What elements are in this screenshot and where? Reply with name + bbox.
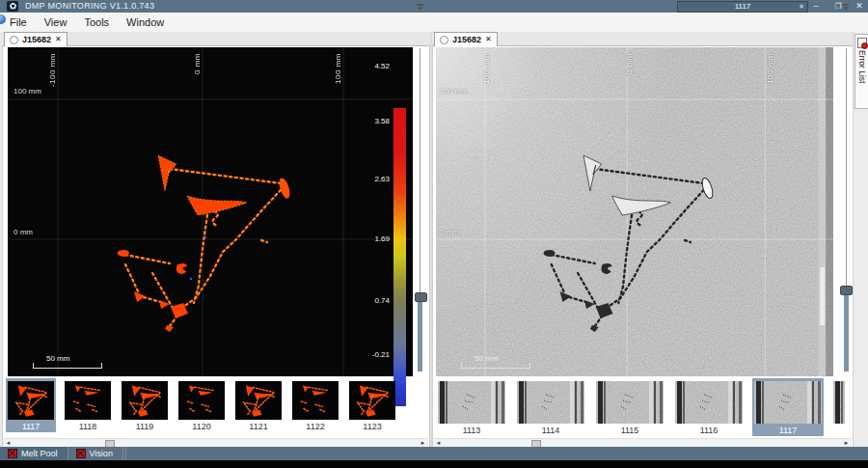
errorlist-strip: Error List [853, 32, 868, 447]
axis-label: 100 mm [766, 53, 774, 84]
axis-label: 0 mm [14, 228, 33, 236]
thumbnail-label: 1113 [463, 426, 481, 435]
colorbar [393, 108, 406, 406]
titlebar: DMP MONITORING V1.1.0.743 1117 ✕ – ❐ ✕ [0, 0, 868, 13]
menu-window[interactable]: Window [118, 13, 173, 32]
thumbnail-label: 1123 [363, 422, 381, 431]
vision-thumbnail-1114[interactable]: 1114 [515, 378, 586, 436]
scalebar [33, 363, 102, 369]
statusbar-tab-label: Melt Pool [21, 449, 58, 458]
minimize-button[interactable]: – [808, 0, 824, 13]
menu-view[interactable]: View [36, 13, 76, 32]
colorbar-tick: 4.52 [363, 62, 390, 70]
thumbnail-label: 1118 [79, 422, 97, 431]
melt-pool-zoom-handle[interactable] [415, 292, 427, 302]
scroll-right-icon[interactable]: ► [843, 440, 850, 447]
tab-label: J15682 [22, 35, 51, 44]
melt-pool-thumbnail-1118[interactable]: 1118 [63, 378, 113, 432]
scalebar-label: 50 mm [475, 354, 498, 363]
vision-thumbnail-partial[interactable] [831, 378, 847, 425]
melt-pool-image[interactable]: -100 mm 0 mm 100 mm 100 mm 0 mm 50 mm 4.… [8, 47, 413, 376]
scroll-left-icon[interactable]: ◄ [435, 440, 442, 447]
thumbnail-image [178, 381, 225, 420]
melt-pool-thumbnail-1119[interactable]: 1119 [120, 378, 170, 432]
menu-file[interactable]: File [0, 13, 36, 32]
melt-pool-zoom-fill [418, 300, 422, 372]
melt-pool-thumbnail-1123[interactable]: 1123 [347, 378, 397, 432]
axis-label: 100 mm [334, 53, 342, 84]
scroll-left-icon[interactable]: ◄ [5, 440, 12, 447]
thumbnail-image [349, 381, 395, 420]
thumbnail-label: 1122 [306, 422, 324, 431]
colorbar-tick: 2.63 [363, 175, 390, 183]
melt-pool-thumbnail-1120[interactable]: 1120 [176, 378, 227, 432]
thumbnail-image [596, 381, 664, 424]
scroll-right-icon[interactable]: ► [420, 440, 426, 447]
search-value: 1117 [735, 2, 751, 11]
dmp-monitoring-window: DMP MONITORING V1.1.0.743 1117 ✕ – ❐ ✕ F… [0, 0, 868, 468]
thumbnail-image [122, 381, 168, 420]
melt-pool-tabbar: J15682 ✕ [2, 32, 428, 46]
vision-zoom-fill [844, 293, 849, 372]
vision-image[interactable]: -100 mm 0 mm 100 mm 100 mm 0 mm 50 mm [436, 47, 833, 376]
axis-label: 100 mm [440, 87, 468, 96]
thumbnail-image [65, 381, 111, 420]
statusbar: Melt Pool Vision [0, 447, 868, 460]
melt-pool-thumbnail-1117[interactable]: 1117 [6, 378, 56, 432]
vision-pin-icon[interactable] [841, 3, 850, 12]
error-list-label: Error List [857, 50, 867, 83]
statusbar-tab-melt-pool[interactable]: Melt Pool [0, 447, 68, 460]
vision-tab-icon [76, 449, 86, 458]
vision-zoom-handle[interactable] [840, 286, 853, 295]
axis-label: 0 mm [625, 53, 634, 74]
error-list-tab[interactable]: Error List [854, 34, 868, 109]
vision-thumbnail-strip: 11131114111511161117 [436, 378, 847, 436]
thumbnail-image [833, 381, 845, 424]
melt-pool-thumbnail-1121[interactable]: 1121 [233, 378, 284, 432]
melt-pool-thumbnail-1122[interactable]: 1122 [290, 378, 340, 432]
axis-label: 0 mm [440, 228, 459, 236]
vision-tabbar: J15682 ✕ [432, 32, 853, 46]
bottom-strip [0, 460, 868, 468]
statusbar-tab-label: Vision [90, 449, 113, 458]
tab-label: J15682 [452, 35, 481, 44]
error-list-icon [857, 38, 867, 48]
thumbnail-image [8, 381, 54, 420]
menu-tools[interactable]: Tools [75, 13, 118, 32]
thumbnail-label: 1117 [779, 426, 798, 435]
colorbar-tick: 1.69 [363, 234, 390, 243]
thumbnail-label: 1116 [700, 426, 719, 435]
tab-close-icon[interactable]: ✕ [485, 36, 492, 43]
vision-thumbnail-1113[interactable]: 1113 [436, 378, 507, 436]
axis-label: -100 mm [48, 53, 57, 87]
thumbnail-label: 1120 [192, 422, 210, 431]
vision-tab[interactable]: J15682 ✕ [434, 32, 498, 46]
melt-pool-tab[interactable]: J15682 ✕ [4, 32, 68, 46]
statusbar-tab-vision[interactable]: Vision [68, 447, 123, 460]
close-button[interactable]: ✕ [852, 0, 867, 13]
axis-label: 100 mm [14, 87, 41, 96]
statusbar-divider [123, 447, 126, 460]
thumbnail-label: 1119 [136, 422, 154, 431]
app-icon [7, 1, 18, 12]
tab-circle-icon [440, 36, 448, 44]
thumbnail-image [292, 381, 339, 420]
vision-thumbnail-1115[interactable]: 1115 [594, 378, 665, 436]
window-title: DMP MONITORING V1.1.0.743 [25, 0, 154, 13]
thumbnail-label: 1117 [22, 422, 41, 431]
titlebar-search-input[interactable]: 1117 ✕ [677, 1, 808, 13]
thumbnail-image [438, 381, 505, 424]
tab-close-icon[interactable]: ✕ [55, 36, 62, 43]
thumbnail-label: 1115 [621, 426, 639, 435]
vision-thumbnail-1117[interactable]: 1117 [752, 378, 824, 436]
thumbnail-label: 1121 [249, 422, 267, 431]
thumbnail-image [675, 381, 743, 424]
search-clear-icon[interactable]: ✕ [799, 2, 804, 12]
melt-pool-tab-icon [8, 449, 17, 458]
vision-thumbnail-1116[interactable]: 1116 [673, 378, 745, 436]
thumbnail-image [235, 381, 282, 420]
colorbar-tick: 3.58 [363, 117, 390, 125]
menubar: File View Tools Window [0, 13, 868, 33]
axis-label: -100 mm [482, 53, 491, 87]
melt-pool-pin-icon[interactable] [416, 3, 424, 12]
